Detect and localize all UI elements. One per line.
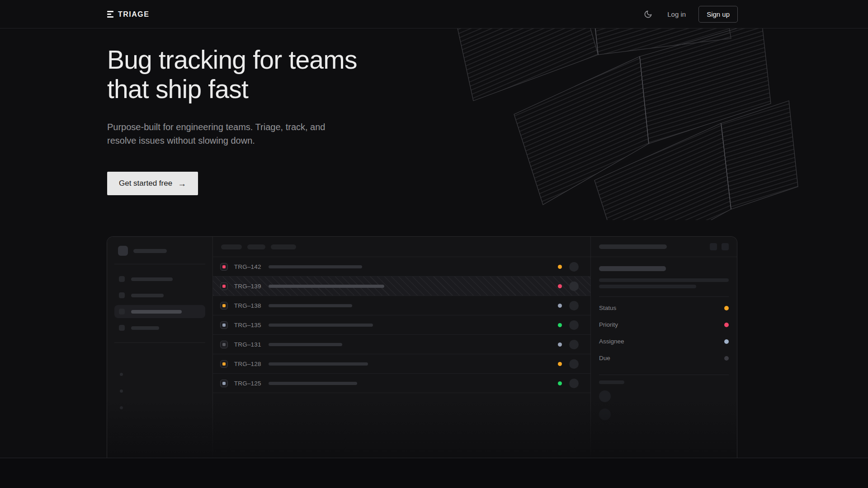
- detail-desc-skeleton: [599, 285, 696, 288]
- detail-fields: StatusPriorityAssigneeDue: [599, 300, 729, 366]
- issue-type-icon: [220, 282, 228, 290]
- detail-field-assignee[interactable]: Assignee: [599, 333, 729, 350]
- sidebar-item-label-skeleton: [131, 294, 164, 297]
- sidebar-dot-skeleton: [120, 373, 123, 376]
- detail-panel-body: StatusPriorityAssigneeDue: [591, 257, 737, 420]
- sidebar-item-label-skeleton: [131, 310, 182, 314]
- issue-id: TRG–135: [234, 322, 269, 328]
- issue-row[interactable]: TRG–138: [213, 296, 590, 315]
- brand[interactable]: TRIAGE: [107, 0, 149, 28]
- issue-avatar: [569, 359, 579, 369]
- issue-type-icon: [220, 263, 228, 271]
- detail-panel-header: [591, 237, 737, 257]
- mockup-issue-list: TRG–142TRG–139TRG–138TRG–135TRG–131TRG–1…: [213, 237, 591, 458]
- cta-label: Get started free: [119, 179, 172, 188]
- issue-status-dot: [558, 304, 562, 308]
- field-value-dot: [724, 306, 729, 310]
- divider: [599, 296, 729, 297]
- issue-status-dot: [558, 362, 562, 366]
- sidebar-item-icon-skeleton: [119, 309, 125, 314]
- login-link[interactable]: Log in: [667, 10, 686, 18]
- sidebar-item-icon-skeleton: [119, 292, 125, 298]
- issue-type-icon: [220, 360, 228, 368]
- triage-logo-icon: [107, 11, 113, 18]
- get-started-button[interactable]: Get started free →: [107, 172, 198, 195]
- sidebar-item-active[interactable]: [114, 305, 205, 318]
- mockup-logo-bar-skeleton: [133, 249, 167, 253]
- issue-status-dot: [558, 323, 562, 327]
- brand-name: TRIAGE: [118, 10, 149, 19]
- issue-id: TRG–139: [234, 283, 269, 290]
- issue-type-icon: [220, 302, 228, 310]
- detail-activity-label-skeleton: [599, 380, 624, 384]
- issue-row[interactable]: TRG–135: [213, 315, 590, 335]
- issue-id: TRG–128: [234, 361, 269, 367]
- detail-header-actions: [710, 243, 729, 250]
- mockup-sidebar-dots: [114, 373, 205, 409]
- panel-action-icon[interactable]: [710, 243, 717, 250]
- issue-type-icon: [220, 341, 228, 348]
- issue-type-icon: [220, 380, 228, 387]
- issue-row[interactable]: TRG–142: [213, 257, 590, 277]
- detail-desc-skeleton: [599, 278, 729, 282]
- divider: [599, 375, 729, 375]
- issue-avatar: [569, 340, 579, 349]
- filter-pill-skeleton[interactable]: [221, 244, 242, 249]
- issue-status-dot: [558, 265, 562, 269]
- sidebar-dot-skeleton: [120, 406, 123, 409]
- mockup-list-toolbar: [213, 237, 590, 257]
- detail-field-priority[interactable]: Priority: [599, 316, 729, 333]
- issue-status-dot: [558, 343, 562, 347]
- title-line-2: that ship fast: [107, 75, 248, 103]
- mockup-sidebar-nav: [114, 272, 205, 334]
- issue-avatar: [569, 320, 579, 330]
- issue-avatar: [569, 282, 579, 291]
- detail-field-status[interactable]: Status: [599, 300, 729, 316]
- sidebar-item[interactable]: [114, 321, 205, 334]
- footer-section: [0, 458, 868, 488]
- issue-title-skeleton: [269, 362, 368, 366]
- mockup-sidebar: [107, 237, 213, 458]
- subtitle-line-2: resolve issues without slowing down.: [107, 136, 255, 145]
- filter-pill-skeleton[interactable]: [247, 244, 265, 249]
- issue-title-skeleton: [269, 265, 362, 268]
- wireframe-decoration: [445, 28, 802, 220]
- issue-avatar: [569, 301, 579, 310]
- field-label: Due: [599, 355, 610, 361]
- issue-id: TRG–138: [234, 302, 269, 309]
- issue-row[interactable]: TRG–125: [213, 374, 590, 393]
- issue-id: TRG–142: [234, 263, 269, 270]
- mockup-sidebar-logo: [118, 246, 205, 256]
- mockup-logo-skeleton: [118, 246, 128, 256]
- divider: [114, 343, 205, 343]
- issue-id: TRG–131: [234, 341, 269, 348]
- nav-actions: Log in Sign up: [641, 0, 738, 28]
- issue-avatar: [569, 379, 579, 388]
- hero-section: Bug tracking for teams that ship fast Pu…: [107, 45, 357, 195]
- moon-icon[interactable]: [641, 8, 655, 21]
- issue-rows: TRG–142TRG–139TRG–138TRG–135TRG–131TRG–1…: [213, 257, 590, 393]
- issue-title-skeleton: [269, 285, 384, 288]
- issue-row[interactable]: TRG–128: [213, 354, 590, 374]
- field-value-dot: [724, 339, 729, 344]
- page-title: Bug tracking for teams that ship fast: [107, 45, 357, 104]
- issue-id: TRG–125: [234, 380, 269, 387]
- panel-action-icon[interactable]: [722, 243, 729, 250]
- detail-field-due[interactable]: Due: [599, 350, 729, 366]
- issue-title-skeleton: [269, 324, 373, 327]
- issue-status-dot: [558, 284, 562, 288]
- sidebar-item[interactable]: [114, 272, 205, 286]
- sidebar-item-label-skeleton: [131, 277, 173, 281]
- top-navigation: TRIAGE Log in Sign up: [0, 0, 868, 28]
- sidebar-item-icon-skeleton: [119, 276, 125, 282]
- signup-button[interactable]: Sign up: [698, 6, 738, 23]
- sidebar-item[interactable]: [114, 289, 205, 302]
- issue-row[interactable]: TRG–131: [213, 335, 590, 354]
- sidebar-dot-skeleton: [120, 389, 123, 393]
- mockup-detail-panel: StatusPriorityAssigneeDue: [591, 237, 737, 458]
- issue-row-selected[interactable]: TRG–139: [213, 277, 590, 296]
- filter-pill-skeleton[interactable]: [271, 244, 296, 249]
- issue-type-icon: [220, 321, 228, 329]
- sidebar-item-icon-skeleton: [119, 325, 125, 331]
- detail-title-skeleton: [599, 266, 666, 271]
